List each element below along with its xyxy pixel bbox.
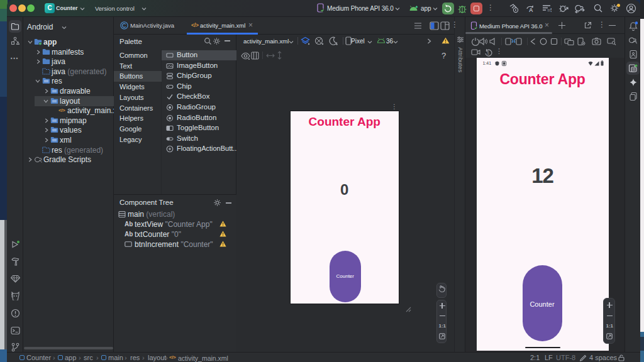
svg-text:5: 5 — [487, 52, 490, 55]
svg-text:=5: =5 — [547, 7, 552, 13]
svg-text:A: A — [529, 7, 533, 13]
